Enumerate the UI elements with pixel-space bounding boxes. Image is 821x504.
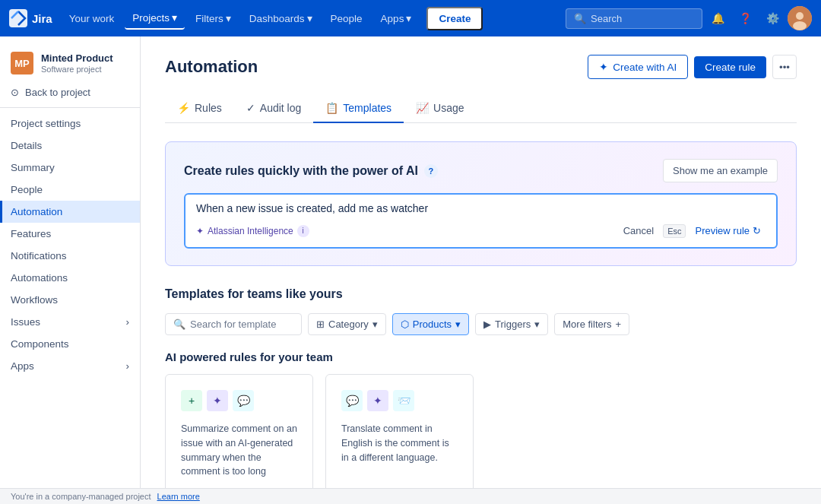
back-to-project[interactable]: ⊙ Back to project xyxy=(0,82,140,103)
nav-projects[interactable]: Projects ▾ xyxy=(125,7,185,30)
sidebar-item-label: Apps xyxy=(11,360,34,372)
message-icon-card: 💬 xyxy=(233,390,254,411)
nav-dashboards[interactable]: Dashboards ▾ xyxy=(242,8,320,29)
search-bar[interactable]: 🔍 Search xyxy=(566,8,702,29)
sidebar-item-label: Notifications xyxy=(11,250,67,262)
filter-label: Triggers xyxy=(495,319,531,330)
filter-more-button[interactable]: More filters + xyxy=(554,313,629,335)
back-label: Back to project xyxy=(25,87,90,98)
show-example-button[interactable]: Show me an example xyxy=(663,159,778,182)
avatar-image xyxy=(788,6,812,30)
ai-help-icon[interactable]: ? xyxy=(424,164,438,178)
nav-dashboards-label: Dashboards xyxy=(249,13,305,24)
sidebar-item-label: Project settings xyxy=(11,118,81,129)
subsection-title-ai: AI powered rules for your team xyxy=(165,350,797,363)
sidebar-item-automations[interactable]: Automations xyxy=(0,267,140,289)
sidebar-item-label: Features xyxy=(11,228,51,239)
sidebar-item-workflows[interactable]: Workflows xyxy=(0,289,140,311)
main-content: Automation ✦ Create with AI Create rule … xyxy=(141,36,821,504)
sidebar-item-details[interactable]: Details xyxy=(0,135,140,157)
app-body: MP Minted Product Software project ⊙ Bac… xyxy=(0,36,821,504)
atlassian-intelligence-badge: ✦ Atlassian Intelligence i xyxy=(196,225,309,237)
filter-label: Products xyxy=(413,319,452,330)
project-name: Minted Product xyxy=(41,52,113,65)
template-card-summarize[interactable]: + ✦ 💬 Summarize comment on an issue with… xyxy=(165,374,313,495)
tab-usage[interactable]: 📈 Usage xyxy=(404,94,476,123)
sidebar-item-automation[interactable]: Automation xyxy=(0,201,140,223)
top-navigation: Jira Your work Projects ▾ Filters ▾ Dash… xyxy=(0,0,821,36)
sidebar-item-label: Issues xyxy=(11,316,40,328)
sidebar-item-features[interactable]: Features xyxy=(0,223,140,245)
sidebar-item-components[interactable]: Components xyxy=(0,333,140,355)
filter-label: Category xyxy=(328,319,369,330)
status-text: You're in a company-managed project xyxy=(11,492,151,501)
ai-badge-label: Atlassian Intelligence xyxy=(208,226,293,236)
sidebar-item-label: Automations xyxy=(11,272,68,284)
check-circle-icon: ✓ xyxy=(246,102,255,114)
chevron-down-icon: ▾ xyxy=(455,319,461,330)
chevron-down-icon: ▾ xyxy=(534,319,540,330)
sidebar-item-label: Workflows xyxy=(11,294,58,306)
refresh-icon: ↻ xyxy=(753,225,761,236)
card-icons: + ✦ 💬 xyxy=(181,390,297,411)
ai-input-wrapper: When a new issue is created, add me as w… xyxy=(184,193,778,249)
more-options-button[interactable]: ••• xyxy=(772,55,797,79)
jira-logo-icon xyxy=(9,9,27,27)
search-icon: 🔍 xyxy=(574,13,586,24)
sidebar-item-notifications[interactable]: Notifications xyxy=(0,245,140,267)
sidebar-item-people[interactable]: People xyxy=(0,179,140,201)
ai-input-footer: ✦ Atlassian Intelligence i Cancel Esc Pr… xyxy=(196,222,766,239)
esc-key-badge: Esc xyxy=(663,224,686,238)
nav-people[interactable]: People xyxy=(323,8,370,29)
back-icon: ⊙ xyxy=(11,87,19,98)
filter-label: More filters xyxy=(563,319,611,330)
ai-box-title-text: Create rules quickly with the power of A… xyxy=(184,164,418,178)
nav-filters[interactable]: Filters ▾ xyxy=(188,8,239,29)
tab-rules[interactable]: ⚡ Rules xyxy=(165,94,234,123)
help-button[interactable]: ❓ xyxy=(733,6,757,30)
sparkle-icon-card: ✦ xyxy=(367,390,388,411)
nav-your-work[interactable]: Your work xyxy=(62,8,122,29)
ai-cards-row: + ✦ 💬 Summarize comment on an issue with… xyxy=(165,374,797,495)
sidebar-item-summary[interactable]: Summary xyxy=(0,157,140,179)
sparkle-icon: ✦ xyxy=(599,61,608,73)
filter-category-button[interactable]: ⊞ Category ▾ xyxy=(308,313,386,335)
box-icon: ⬡ xyxy=(401,319,409,330)
svg-point-2 xyxy=(796,12,804,20)
card-text: Translate comment in English is the comm… xyxy=(341,422,458,464)
cancel-button[interactable]: Cancel xyxy=(619,222,658,239)
gear-icon: ⚙️ xyxy=(766,12,779,24)
search-templates-input[interactable]: 🔍 Search for template xyxy=(165,313,302,335)
info-icon[interactable]: i xyxy=(297,225,309,237)
nav-apps[interactable]: Apps ▾ xyxy=(373,8,420,29)
settings-button[interactable]: ⚙️ xyxy=(760,6,785,30)
sidebar-project-header: MP Minted Product Software project xyxy=(0,43,140,82)
create-rule-button[interactable]: Create rule xyxy=(694,56,766,78)
filter-products-button[interactable]: ⬡ Products ▾ xyxy=(392,313,469,335)
sidebar-item-apps[interactable]: Apps › xyxy=(0,355,140,377)
create-with-ai-button[interactable]: ✦ Create with AI xyxy=(588,55,688,79)
plus-icon-card: + xyxy=(181,390,202,411)
sidebar: MP Minted Product Software project ⊙ Bac… xyxy=(0,36,141,504)
nav-projects-label: Projects xyxy=(132,12,170,24)
message-icon-card: 💬 xyxy=(341,390,363,411)
sidebar-item-project-settings[interactable]: Project settings xyxy=(0,113,140,135)
plus-icon: + xyxy=(616,319,622,330)
template-card-translate[interactable]: 💬 ✦ 📨 Translate comment in English is th… xyxy=(325,374,474,495)
tab-templates[interactable]: 📋 Templates xyxy=(313,94,404,123)
create-button[interactable]: Create xyxy=(426,7,483,30)
tab-label: Audit log xyxy=(260,102,301,114)
user-avatar[interactable] xyxy=(788,6,812,30)
message2-icon-card: 📨 xyxy=(393,390,414,411)
filter-triggers-button[interactable]: ▶ Triggers ▾ xyxy=(475,313,548,335)
help-icon: ❓ xyxy=(739,12,752,24)
tab-audit-log[interactable]: ✓ Audit log xyxy=(234,94,313,123)
sidebar-item-issues[interactable]: Issues › xyxy=(0,311,140,333)
app-logo[interactable]: Jira xyxy=(9,9,52,27)
ai-input-box: Create rules quickly with the power of A… xyxy=(165,141,797,266)
grid-icon: ⊞ xyxy=(316,319,325,330)
bell-icon: 🔔 xyxy=(712,12,724,24)
learn-more-link[interactable]: Learn more xyxy=(157,492,200,501)
notifications-button[interactable]: 🔔 xyxy=(705,6,730,30)
preview-rule-button[interactable]: Preview rule ↻ xyxy=(690,222,766,239)
